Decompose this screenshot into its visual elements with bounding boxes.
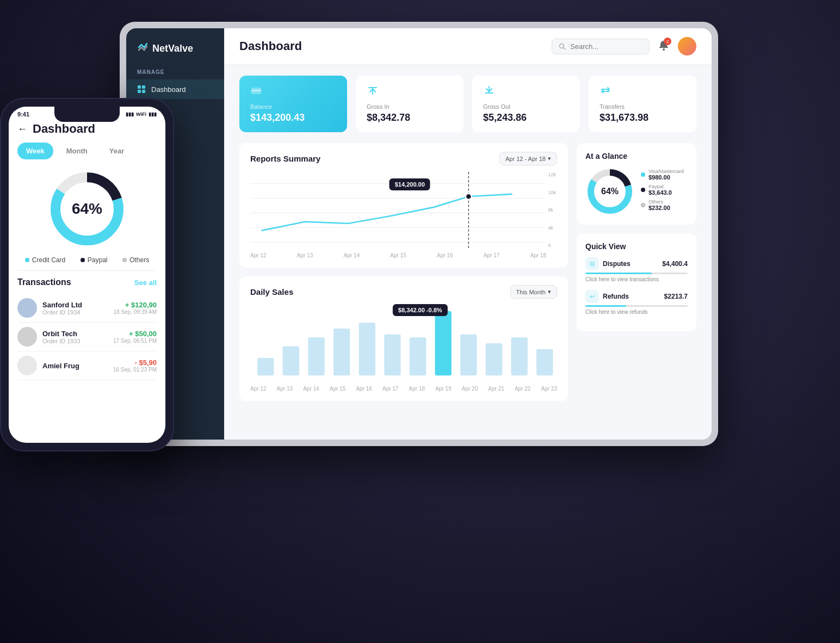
svg-rect-2 [138,90,141,93]
txn-date-2: 16 Sep, 01:23 PM [113,367,157,373]
svg-point-6 [663,48,665,51]
svg-rect-23 [435,311,451,375]
tab-year[interactable]: Year [101,143,133,159]
main-column: Reports Summary Apr 12 - Apr 18 ▾ 12k 10… [239,143,568,410]
svg-rect-20 [359,323,375,375]
signal-icon: ▮▮▮ [126,112,134,117]
disputes-bar-fill [585,273,652,274]
svg-rect-16 [257,358,274,375]
logo-icon [137,41,149,56]
balance-card: Balance $143,200.43 [239,76,347,132]
phone-title: Dashboard [33,122,95,136]
reports-summary-card: Reports Summary Apr 12 - Apr 18 ▾ 12k 10… [239,143,568,268]
refunds-link[interactable]: Click here to view refunds [585,309,688,315]
legend-dot-others [122,258,127,262]
search-bar[interactable] [552,39,650,54]
tab-week[interactable]: Week [17,143,53,159]
two-col-layout: Reports Summary Apr 12 - Apr 18 ▾ 12k 10… [239,143,696,410]
bar-chart-x-labels: Apr 12 Apr 13 Apr 14 Apr 15 Apr 16 Apr 1… [250,384,557,394]
legend-dot-cc [25,258,29,262]
svg-rect-17 [283,346,299,375]
daily-sales-card: Daily Sales This Month ▾ [239,276,568,401]
page-title: Dashboard [239,39,302,53]
chevron-down-icon: ▾ [548,155,551,162]
back-button[interactable]: ← [17,123,27,135]
balance-label: Balance [250,103,336,110]
txn-date-0: 18 Sep, 09:39 AM [113,309,157,315]
period-picker[interactable]: This Month ▾ [510,285,557,299]
see-all-link[interactable]: See all [134,279,157,287]
daily-sales-header: Daily Sales This Month ▾ [250,285,557,299]
search-input[interactable] [570,42,635,51]
sidebar-item-dashboard[interactable]: Dashboard [126,79,224,99]
svg-point-15 [466,194,472,200]
wifi-icon: WiFi [136,112,146,117]
txn-amount-0: + $120,90 [113,301,157,309]
balance-value: $143,200.43 [250,112,336,123]
svg-rect-21 [384,335,400,375]
legend-item-2: Others $232.00 [641,199,688,211]
svg-rect-8 [251,90,261,91]
reports-summary-title: Reports Summary [250,154,320,163]
notification-badge: 2 [664,38,671,45]
svg-rect-25 [486,343,502,375]
disputes-label: Disputes [603,260,631,268]
transfers-value: $31,673.98 [600,112,685,123]
header: Dashboard 2 [224,28,712,65]
svg-point-4 [560,44,564,48]
avatar[interactable] [678,37,696,55]
sidebar-section-label: MANAGE [126,69,224,79]
txn-name-1: Orbit Tech [42,330,81,338]
transfers-card: Transfers $31,673.98 [589,76,696,132]
svg-rect-22 [410,337,426,375]
phone-content: ← Dashboard Week Month Year [9,118,165,434]
right-column: At a Glance [577,143,696,410]
svg-rect-3 [142,90,145,93]
y-axis-labels: 12k 10k 8k 4k 0 [548,172,557,248]
notification-button[interactable]: 2 [658,40,669,53]
date-range-picker[interactable]: Apr 12 - Apr 18 ▾ [499,152,557,165]
quick-item-refunds: ↩ Refunds $2213.7 Click here to view ref… [585,290,688,315]
chevron-down-icon2: ▾ [548,288,551,295]
legend-value-1: $3,643.0 [648,189,672,196]
logo-text: NetValve [152,43,193,54]
quick-view-title: Quick View [585,242,688,251]
phone-tabs: Week Month Year [17,143,157,159]
legend-others: Others [122,256,149,264]
transaction-item-2: Amiel Frug - $5,90 16 Sep, 01:23 PM [17,351,157,380]
legend-value-2: $232.00 [648,205,670,211]
svg-rect-27 [536,349,553,375]
legend-value-0: $980.00 [648,174,684,181]
transactions-header: Transactions See all [17,277,157,287]
legend-item-1: Paypal $3,643.0 [641,184,688,196]
refunds-label: Refunds [603,293,629,300]
disputes-link[interactable]: Click here to view transactions [585,276,688,282]
refunds-value: $2213.7 [664,293,688,300]
refunds-bar [585,305,688,307]
legend-label-0: Visa/Mastercard [648,169,684,174]
tab-month[interactable]: Month [58,143,96,159]
svg-rect-19 [333,329,350,375]
svg-rect-18 [308,337,324,375]
legend-credit-card: Credit Card [25,256,65,264]
gross-out-value: $5,243.86 [483,112,569,123]
disputes-value: $4,400.4 [662,260,688,268]
main-content: Dashboard 2 [224,28,712,440]
phone-donut-area: 64% [17,168,157,250]
phone-donut-chart: 64% [46,168,128,250]
header-right: 2 [552,37,696,55]
svg-rect-24 [460,335,477,375]
transaction-item-0: Sanford Ltd Order ID 1934 + $120,90 18 S… [17,294,157,323]
legend-dot-2 [641,203,645,207]
battery-icon: ▮▮▮ [149,112,157,117]
dashboard-icon [137,85,146,94]
svg-rect-26 [511,337,527,375]
date-range-text: Apr 12 - Apr 18 [505,156,546,162]
at-glance-legend: Visa/Mastercard $980.00 Paypal $3 [641,169,688,214]
gross-out-label: Gross Out [483,103,569,110]
txn-avatar-0 [17,298,37,318]
legend-label-1: Paypal [648,184,672,189]
donut-percent: 64% [585,167,634,216]
legend-dot-pp [81,258,85,262]
phone-screen: 9:41 ▮▮▮ WiFi ▮▮▮ ← Dashboard Week Month… [9,107,165,443]
